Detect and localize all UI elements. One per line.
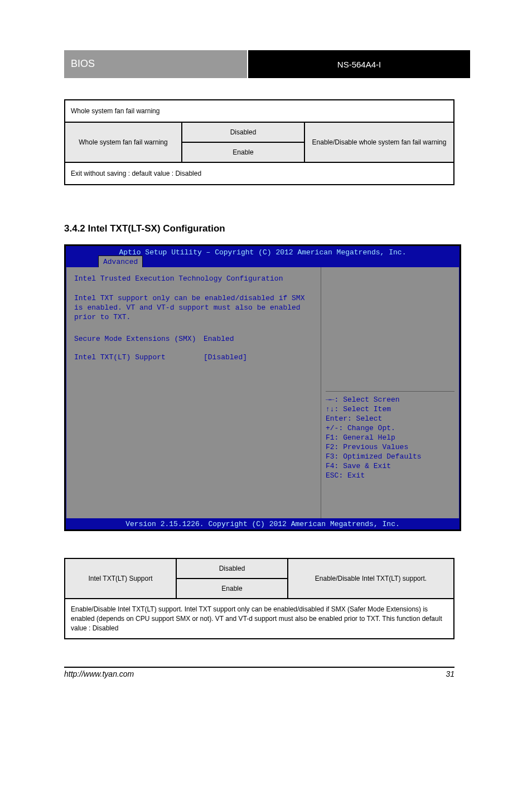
feature-table-txt: Intel TXT(LT) Support Disabled Enable/Di… <box>64 558 454 639</box>
bios-right-pane: →←: Select Screen ↑↓: Select Item Enter:… <box>321 267 459 518</box>
footer-page-number: 31 <box>446 669 454 678</box>
table1-option1: Disabled <box>182 122 304 142</box>
bios-help-line-5: F2: Previous Values <box>326 442 454 452</box>
feature-table-fan: Whole system fan fail warning Whole syst… <box>64 99 454 185</box>
table1-title: Whole system fan fail warning <box>65 100 454 122</box>
bios-help-line-6: F3: Optimized Defaults <box>326 452 454 461</box>
table2-feature-cell: Intel TXT(LT) Support <box>65 558 176 599</box>
bios-body: Intel Trusted Execution Technology Confi… <box>66 267 460 518</box>
table2-option1: Disabled <box>176 558 288 579</box>
section-title: 3.4.2 Intel TXT(LT-SX) Configuration <box>64 223 225 234</box>
table1-description: Enable/Disable whole system fan fail war… <box>304 122 454 162</box>
bios-help-block: →←: Select Screen ↑↓: Select Item Enter:… <box>326 391 454 480</box>
bios-smx-label: Secure Mode Extensions (SMX) <box>74 334 204 344</box>
bios-tab-advanced[interactable]: Advanced <box>98 256 143 267</box>
bios-body-paragraph: Intel TXT support only can be enabled/di… <box>74 293 313 322</box>
page-footer: http://www.tyan.com 31 <box>64 669 454 678</box>
footer-url: http://www.tyan.com <box>64 669 134 678</box>
table1-option2: Enable <box>182 142 304 162</box>
header-right-title: NS-564A4-I <box>337 60 381 69</box>
table2-description: Enable/Disable Intel TXT(LT) support. <box>288 558 454 599</box>
bios-help-line-3: +/-: Change Opt. <box>326 423 454 433</box>
bios-body-title: Intel Trusted Execution Technology Confi… <box>74 274 313 283</box>
bios-footer: Version 2.15.1226. Copyright (C) 2012 Am… <box>66 518 460 529</box>
bios-row-txt[interactable]: Intel TXT(LT) Support [Disabled] <box>74 353 313 362</box>
bios-help-line-1: ↑↓: Select Item <box>326 404 454 414</box>
bios-help-line-7: F4: Save & Exit <box>326 461 454 471</box>
bios-help-line-4: F1: General Help <box>326 433 454 442</box>
header-right-block: NS-564A4-I <box>248 50 470 78</box>
page-header-banner: BIOS NS-564A4-I <box>64 50 470 78</box>
bios-txt-value[interactable]: [Disabled] <box>204 353 247 362</box>
bios-screenshot: Aptio Setup Utility – Copyright (C) 2012… <box>64 244 461 531</box>
bios-left-pane: Intel Trusted Execution Technology Confi… <box>66 267 321 518</box>
bios-txt-label: Intel TXT(LT) Support <box>74 353 204 362</box>
bios-smx-value: Enabled <box>204 334 234 344</box>
table2-desc-text: Enable/Disable Intel TXT(LT) support. In… <box>65 599 454 639</box>
bios-topbar: Aptio Setup Utility – Copyright (C) 2012… <box>66 246 460 267</box>
header-left-title: BIOS <box>71 58 95 70</box>
bios-row-smx: Secure Mode Extensions (SMX) Enabled <box>74 334 313 344</box>
table1-default-note: Exit without saving : default value : Di… <box>65 162 454 185</box>
bios-help-line-2: Enter: Select <box>326 414 454 423</box>
table1-feature-cell: Whole system fan fail warning <box>65 122 182 162</box>
table2-option2: Enable <box>176 579 288 599</box>
header-left-block: BIOS <box>64 50 248 78</box>
bios-help-line-0: →←: Select Screen <box>326 395 454 404</box>
footer-rule <box>64 667 454 668</box>
bios-help-line-8: ESC: Exit <box>326 471 454 480</box>
